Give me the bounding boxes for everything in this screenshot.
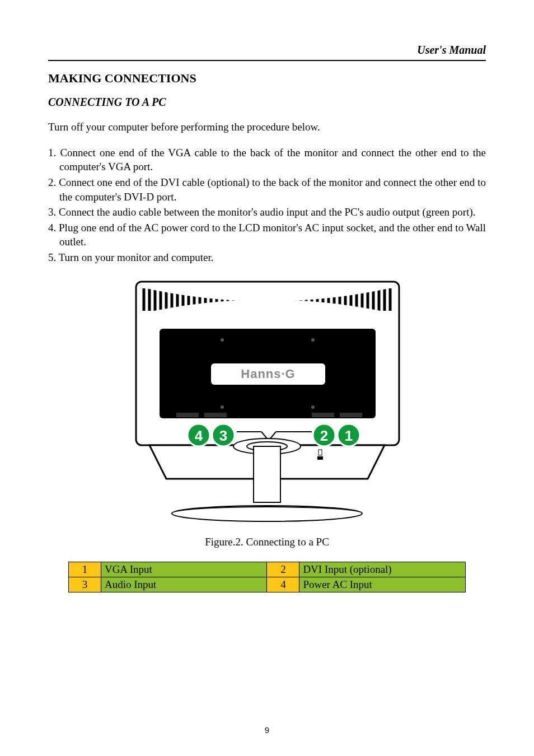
monitor-diagram: Hanns·G 4 3 [127,277,407,524]
svg-point-49 [221,405,224,409]
port-marker-4: 4 [188,424,210,446]
cell-lab-1: VGA Input [101,562,267,577]
cell-lab-2: DVI Input (optional) [299,562,466,577]
header-rule [48,60,486,61]
cell-num-2: 2 [267,562,299,577]
step-3: 3. Connect the audio cable between the m… [48,205,486,220]
svg-point-50 [311,405,315,409]
cell-num-1: 1 [69,562,101,577]
svg-point-47 [221,338,224,342]
figure-caption: Figure.2. Connecting to a PC [48,536,486,548]
step-5: 5. Turn on your monitor and computer. [48,250,486,265]
step-4: 4. Plug one end of the AC power cord to … [48,221,486,249]
svg-rect-61 [317,456,323,460]
page-number: 9 [0,725,534,735]
cell-lab-3: Audio Input [101,577,267,592]
svg-rect-53 [204,413,227,417]
port-marker-1: 1 [338,424,360,446]
svg-text:3: 3 [219,427,227,444]
svg-rect-60 [318,450,322,455]
svg-rect-58 [254,446,280,502]
header-right: User's Manual [48,44,486,57]
step-1: 1. Connect one end of the VGA cable to t… [48,146,486,174]
port-marker-2: 2 [313,424,335,446]
step-2: 2. Connect one end of the DVI cable (opt… [48,175,486,204]
intro-paragraph: Turn off your computer before performing… [48,120,486,134]
svg-rect-52 [176,413,199,417]
svg-rect-54 [312,413,334,417]
cell-num-4: 4 [267,577,299,592]
cell-num-3: 3 [69,577,101,592]
figure-container: Hanns·G 4 3 [48,277,486,526]
cell-lab-4: Power AC Input [299,577,466,592]
svg-text:2: 2 [320,427,328,444]
svg-text:1: 1 [345,427,353,444]
port-marker-3: 3 [212,424,235,446]
connections-table: 1 VGA Input 2 DVI Input (optional) 3 Aud… [68,562,466,592]
svg-text:4: 4 [195,427,203,444]
svg-rect-55 [340,413,362,417]
brand-text: Hanns·G [241,367,295,381]
section-subtitle: CONNECTING TO A PC [48,96,486,109]
svg-point-48 [311,338,315,342]
section-title: MAKING CONNECTIONS [48,71,486,86]
steps-list: 1. Connect one end of the VGA cable to t… [48,146,486,265]
table-row: 3 Audio Input 4 Power AC Input [69,577,466,592]
table-row: 1 VGA Input 2 DVI Input (optional) [69,562,466,577]
